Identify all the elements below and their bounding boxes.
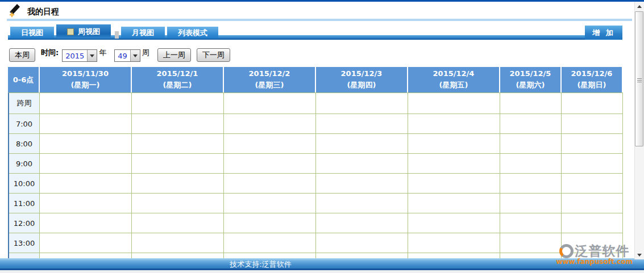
day-date: 2015/11/30 bbox=[40, 69, 131, 78]
scrollbar-down-button[interactable] bbox=[635, 250, 644, 259]
vertical-scrollbar[interactable] bbox=[634, 2, 644, 259]
time-label-cell: 12:00 bbox=[9, 213, 40, 233]
day-date: 2015/12/3 bbox=[316, 69, 407, 78]
schedule-cell[interactable] bbox=[408, 154, 500, 174]
schedule-cell[interactable] bbox=[408, 174, 500, 194]
calendar-body: 跨周7:008:009:0010:0011:0012:0013:00 bbox=[8, 93, 623, 258]
corner-label: 0-6点 bbox=[8, 75, 39, 85]
time-label-cell: 跨周 bbox=[9, 93, 40, 114]
schedule-cell[interactable] bbox=[40, 194, 132, 213]
prev-week-button[interactable]: 上一周 bbox=[157, 48, 191, 62]
tab-0[interactable]: 日视图 bbox=[10, 27, 54, 39]
schedule-cell[interactable] bbox=[40, 213, 132, 233]
schedule-cell[interactable] bbox=[40, 134, 132, 154]
table-row: 13:00 bbox=[9, 233, 623, 253]
schedule-cell[interactable] bbox=[316, 213, 408, 233]
schedule-cell[interactable] bbox=[224, 233, 316, 253]
schedule-cell[interactable] bbox=[132, 174, 224, 194]
scrollbar-up-button[interactable] bbox=[635, 2, 644, 11]
tab-label: 日视图 bbox=[21, 28, 43, 38]
schedule-cell[interactable] bbox=[40, 253, 132, 258]
schedule-cell[interactable] bbox=[224, 154, 316, 174]
week-select-dropdown-button[interactable] bbox=[130, 50, 140, 61]
schedule-cell[interactable] bbox=[224, 194, 316, 213]
schedule-cell[interactable] bbox=[408, 194, 500, 213]
table-row: 7:00 bbox=[9, 114, 623, 134]
schedule-cell[interactable] bbox=[562, 114, 623, 134]
day-date: 2015/12/2 bbox=[224, 69, 315, 78]
corner-header-cell: 0-6点 bbox=[8, 67, 40, 93]
schedule-cell[interactable] bbox=[500, 194, 562, 213]
schedule-cell[interactable] bbox=[500, 93, 562, 114]
schedule-cell[interactable] bbox=[562, 93, 623, 114]
schedule-cell[interactable] bbox=[408, 134, 500, 154]
schedule-cell[interactable] bbox=[316, 134, 408, 154]
schedule-cell[interactable] bbox=[408, 93, 500, 114]
day-header-cell: 2015/12/6(星期日) bbox=[562, 67, 623, 93]
schedule-cell[interactable] bbox=[132, 233, 224, 253]
schedule-cell[interactable] bbox=[500, 253, 562, 258]
year-select-dropdown-button[interactable] bbox=[87, 50, 97, 61]
schedule-cell[interactable] bbox=[224, 134, 316, 154]
schedule-cell[interactable] bbox=[132, 154, 224, 174]
week-select[interactable]: 49 bbox=[114, 49, 140, 62]
schedule-cell[interactable] bbox=[224, 253, 316, 258]
schedule-cell[interactable] bbox=[40, 154, 132, 174]
day-weekday: (星期四) bbox=[316, 80, 407, 90]
day-header-cell: 2015/12/1(星期二) bbox=[132, 67, 224, 93]
schedule-cell[interactable] bbox=[224, 93, 316, 114]
schedule-cell[interactable] bbox=[132, 114, 224, 134]
schedule-cell[interactable] bbox=[316, 174, 408, 194]
schedule-cell[interactable] bbox=[40, 114, 132, 134]
fanpusoft-logo-icon bbox=[559, 244, 574, 258]
schedule-cell[interactable] bbox=[562, 154, 623, 174]
scrollbar-thumb[interactable] bbox=[635, 11, 643, 146]
schedule-cell[interactable] bbox=[132, 194, 224, 213]
schedule-cell[interactable] bbox=[408, 114, 500, 134]
schedule-cell[interactable] bbox=[500, 134, 562, 154]
day-header-cell: 2015/11/30(星期一) bbox=[40, 67, 132, 93]
schedule-cell[interactable] bbox=[500, 154, 562, 174]
schedule-cell[interactable] bbox=[408, 253, 500, 258]
day-header-cell: 2015/12/2(星期三) bbox=[224, 67, 316, 93]
schedule-cell[interactable] bbox=[40, 93, 132, 114]
tab-1[interactable]: 周视图 bbox=[56, 24, 111, 39]
schedule-cell[interactable] bbox=[500, 233, 562, 253]
schedule-cell[interactable] bbox=[408, 233, 500, 253]
schedule-cell[interactable] bbox=[132, 93, 224, 114]
tab-3[interactable]: 列表模式 bbox=[167, 27, 218, 39]
tab-label: 列表模式 bbox=[178, 28, 207, 38]
year-select[interactable]: 2015 bbox=[62, 49, 97, 62]
schedule-cell[interactable] bbox=[316, 233, 408, 253]
schedule-cell[interactable] bbox=[132, 253, 224, 258]
schedule-cell[interactable] bbox=[500, 174, 562, 194]
schedule-cell[interactable] bbox=[562, 213, 623, 233]
schedule-cell[interactable] bbox=[224, 213, 316, 233]
schedule-cell[interactable] bbox=[224, 174, 316, 194]
schedule-cell[interactable] bbox=[562, 174, 623, 194]
schedule-cell[interactable] bbox=[562, 134, 623, 154]
schedule-cell[interactable] bbox=[562, 194, 623, 213]
schedule-cell[interactable] bbox=[316, 154, 408, 174]
schedule-cell[interactable] bbox=[40, 233, 132, 253]
day-weekday: (星期五) bbox=[408, 80, 499, 90]
tab-2[interactable]: 月视图 bbox=[121, 27, 165, 39]
schedule-cell[interactable] bbox=[408, 213, 500, 233]
schedule-cell[interactable] bbox=[500, 114, 562, 134]
schedule-cell[interactable] bbox=[316, 93, 408, 114]
schedule-cell[interactable] bbox=[316, 194, 408, 213]
add-button[interactable]: 增 加 bbox=[585, 26, 622, 40]
day-weekday: (星期一) bbox=[40, 80, 131, 90]
week-select-value: 49 bbox=[115, 50, 130, 61]
schedule-cell[interactable] bbox=[132, 213, 224, 233]
schedule-cell[interactable] bbox=[316, 114, 408, 134]
next-week-button[interactable]: 下一周 bbox=[197, 48, 230, 62]
schedule-cell[interactable] bbox=[224, 114, 316, 134]
schedule-cell[interactable] bbox=[316, 253, 408, 258]
day-date: 2015/12/1 bbox=[132, 69, 223, 78]
schedule-cell[interactable] bbox=[40, 174, 132, 194]
this-week-button[interactable]: 本周 bbox=[9, 48, 35, 62]
day-date: 2015/12/4 bbox=[408, 69, 499, 78]
schedule-cell[interactable] bbox=[132, 134, 224, 154]
schedule-cell[interactable] bbox=[500, 213, 562, 233]
